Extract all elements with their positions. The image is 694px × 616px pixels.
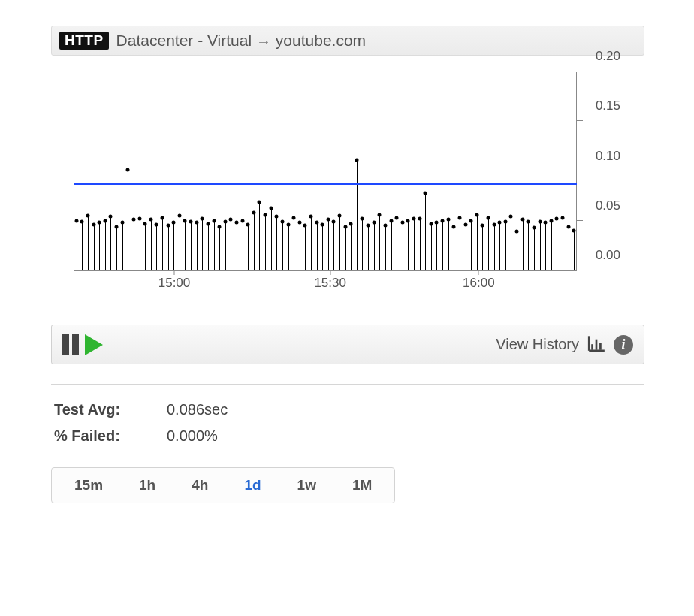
- data-point: [429, 222, 433, 225]
- data-point: [189, 220, 193, 224]
- bar: [545, 222, 546, 270]
- data-point: [395, 216, 399, 219]
- bar: [197, 222, 198, 270]
- bar: [156, 225, 157, 270]
- bar: [328, 219, 329, 270]
- play-button[interactable]: [85, 334, 103, 355]
- data-point: [195, 221, 198, 225]
- y-tick-label: 0.15: [596, 98, 620, 113]
- data-point: [515, 230, 519, 234]
- data-point: [240, 219, 244, 222]
- bar: [116, 227, 117, 270]
- data-point: [343, 225, 347, 228]
- bar: [185, 221, 186, 270]
- bar: [140, 219, 140, 270]
- monitor-source: Datacenter - Virtual: [116, 32, 252, 49]
- y-tick: [577, 270, 583, 270]
- data-point: [303, 224, 307, 228]
- y-tick-label: 0.05: [596, 198, 620, 213]
- data-point: [275, 215, 279, 219]
- bar: [122, 222, 123, 270]
- data-point: [418, 217, 421, 221]
- bar: [511, 216, 511, 270]
- x-tick-label: 16:00: [463, 276, 495, 291]
- range-1d[interactable]: 1d: [226, 474, 279, 497]
- bar: [128, 170, 128, 270]
- monitor-header: HTTP Datacenter - Virtual → youtube.com: [51, 26, 644, 56]
- percent-failed-label: % Failed:: [54, 427, 167, 445]
- data-point: [98, 221, 101, 225]
- range-1w[interactable]: 1w: [279, 474, 334, 497]
- data-point: [264, 213, 267, 216]
- bar: [225, 222, 226, 270]
- bar: [254, 213, 255, 270]
- data-point: [378, 213, 382, 216]
- data-point: [229, 218, 233, 222]
- data-point: [292, 216, 296, 219]
- bar: [231, 219, 231, 270]
- bar-chart-icon[interactable]: [587, 333, 606, 356]
- range-4h[interactable]: 4h: [174, 474, 226, 497]
- bar: [219, 227, 220, 270]
- pause-button[interactable]: [62, 334, 79, 355]
- bar: [214, 221, 215, 270]
- data-point: [457, 216, 461, 219]
- view-history-link[interactable]: View History: [496, 336, 579, 353]
- data-point: [149, 218, 152, 222]
- y-tick: [577, 220, 583, 221]
- bar: [551, 221, 552, 270]
- data-point: [143, 222, 147, 225]
- data-point: [389, 219, 393, 222]
- bar: [351, 224, 352, 270]
- time-range-selector: 15m1h4h1d1w1M: [51, 467, 395, 503]
- y-tick-label: 0.00: [596, 248, 620, 263]
- data-point: [452, 225, 456, 228]
- bar: [523, 219, 524, 270]
- bar: [499, 222, 500, 270]
- data-point: [258, 200, 261, 204]
- bar: [317, 222, 318, 270]
- data-point: [406, 219, 410, 222]
- bar: [345, 227, 346, 270]
- data-point: [297, 221, 301, 225]
- x-axis: 15:0015:3016:00: [74, 271, 577, 294]
- data-point: [177, 214, 181, 218]
- data-point: [166, 224, 170, 228]
- y-tick: [577, 71, 583, 71]
- data-point: [400, 221, 404, 225]
- data-point: [412, 217, 416, 221]
- data-point: [498, 221, 502, 225]
- bar: [436, 222, 437, 270]
- data-point: [183, 219, 187, 222]
- x-tick: [330, 270, 330, 275]
- bar: [494, 225, 495, 270]
- data-point: [326, 218, 330, 222]
- monitor-target: youtube.com: [276, 32, 366, 49]
- data-point: [321, 223, 324, 227]
- bar: [569, 227, 569, 270]
- info-icon[interactable]: i: [614, 335, 633, 355]
- bar: [505, 222, 506, 270]
- monitor-panel: HTTP Datacenter - Virtual → youtube.com …: [51, 26, 644, 503]
- data-point: [286, 223, 290, 227]
- data-point: [424, 191, 427, 195]
- range-1h[interactable]: 1h: [121, 474, 174, 497]
- range-1M[interactable]: 1M: [334, 474, 390, 497]
- bar: [294, 218, 294, 270]
- bar: [174, 222, 174, 270]
- data-point: [309, 215, 312, 219]
- data-point: [555, 217, 559, 221]
- range-15m[interactable]: 15m: [56, 474, 121, 497]
- data-point: [201, 217, 204, 221]
- bar: [339, 216, 340, 270]
- bar: [379, 215, 380, 270]
- data-point: [338, 214, 342, 218]
- data-point: [383, 224, 387, 228]
- bar: [454, 227, 454, 270]
- percent-failed-value: 0.000%: [167, 427, 218, 445]
- data-point: [206, 222, 210, 225]
- data-point: [315, 221, 318, 225]
- x-tick: [478, 270, 479, 275]
- bar: [180, 216, 180, 270]
- bar: [333, 222, 334, 270]
